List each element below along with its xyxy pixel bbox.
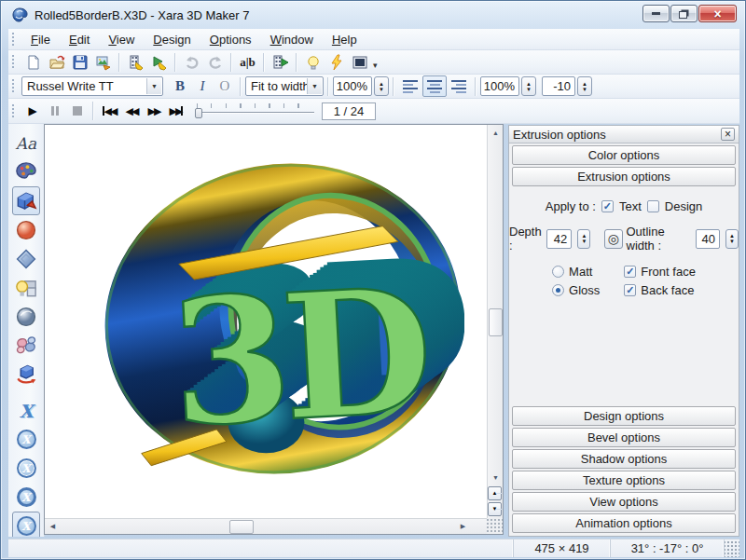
front-face-option[interactable]: ✓Front face	[624, 265, 696, 279]
text-tool[interactable]: Aa	[12, 129, 40, 157]
gloss-option[interactable]: Gloss	[552, 283, 600, 297]
bevel-tool[interactable]	[12, 215, 40, 244]
style-preset-circle-3[interactable]: X	[12, 483, 40, 512]
style-preset-circle-2[interactable]: X	[12, 454, 40, 483]
align-right-button[interactable]	[447, 75, 471, 97]
undo-button[interactable]	[180, 51, 203, 73]
animation-options-button[interactable]: Animation options	[512, 513, 736, 533]
font-select[interactable]: Russel Write TT ▼	[21, 76, 163, 96]
outline-text-button[interactable]: O	[214, 75, 236, 97]
previous-frame-button[interactable]: ◀◀	[120, 102, 143, 121]
last-frame-button[interactable]: ▶▶	[165, 102, 187, 121]
export-animation-button[interactable]	[124, 51, 147, 73]
text-checkbox[interactable]: ✓	[601, 200, 614, 212]
text-editor-button[interactable]: a|b	[236, 51, 259, 73]
text-size-spinner[interactable]: ▲▼	[374, 76, 389, 96]
export-image-button[interactable]	[91, 51, 115, 73]
matt-option[interactable]: Matt	[552, 265, 600, 279]
depth-spinner[interactable]: ▲▼	[577, 229, 590, 249]
menu-edit[interactable]: Edit	[60, 30, 99, 49]
color-tool[interactable]	[12, 157, 40, 186]
document-object-3d[interactable]: 3D	[101, 157, 464, 485]
gloss-radio[interactable]	[552, 284, 564, 296]
design-options-button[interactable]: Design options	[512, 406, 736, 426]
close-button[interactable]: ×	[698, 5, 737, 22]
menu-options[interactable]: Options	[200, 30, 261, 49]
play-button[interactable]: ▶	[21, 102, 44, 121]
extrusion-tool[interactable]	[12, 186, 40, 215]
horizontal-scrollbar[interactable]: ◀ ▶	[45, 518, 488, 534]
minimize-button[interactable]	[642, 5, 670, 22]
panel-close-button[interactable]: ×	[721, 128, 735, 141]
panel-header[interactable]: Extrusion options ×	[509, 126, 739, 143]
toolbar-grip[interactable]	[11, 78, 16, 94]
style-preset-plain[interactable]: X	[12, 396, 40, 425]
shadow-tool[interactable]	[12, 244, 40, 273]
style-preset-selected[interactable]: X	[12, 512, 40, 537]
depth-field[interactable]: 42	[546, 229, 572, 249]
slider-track[interactable]	[195, 112, 314, 113]
matt-radio[interactable]	[552, 266, 564, 278]
horizontal-scroll-thumb[interactable]	[229, 520, 254, 534]
back-face-option[interactable]: ✓Back face	[624, 283, 696, 297]
redo-button[interactable]	[203, 51, 227, 73]
color-options-button[interactable]: Color options	[512, 145, 736, 165]
outline-toggle-button[interactable]: ◎	[604, 229, 622, 249]
scroll-up-button[interactable]: ▲	[488, 125, 504, 141]
menu-file[interactable]: File	[21, 30, 60, 49]
display-quality-button[interactable]	[348, 51, 371, 73]
line-spacing-spinner[interactable]: ▲▼	[521, 76, 536, 96]
scroll-down-button[interactable]: ▼	[488, 470, 504, 485]
vertical-scroll-thumb[interactable]	[489, 308, 503, 336]
align-left-button[interactable]	[398, 75, 422, 97]
menu-design[interactable]: Design	[144, 30, 200, 49]
open-file-button[interactable]	[45, 51, 68, 73]
shadow-options-button[interactable]: Shadow options	[512, 449, 736, 469]
vertical-scrollbar[interactable]: ▲ ▼ ▲ ▼	[487, 125, 503, 518]
front-face-checkbox[interactable]: ✓	[624, 266, 636, 278]
scroll-left-button[interactable]: ◀	[45, 519, 61, 535]
design-checkbox[interactable]	[647, 200, 659, 212]
title-bar[interactable]: Rolled5BorderB.X3D - Xara 3D Maker 7 ×	[1, 1, 745, 29]
outline-width-field[interactable]: 40	[696, 229, 720, 249]
view-tool[interactable]	[12, 331, 40, 360]
render-button[interactable]	[325, 51, 348, 73]
bold-button[interactable]: B	[169, 75, 191, 97]
bevel-options-button[interactable]: Bevel options	[512, 428, 736, 447]
extrusion-options-button[interactable]: Extrusion options	[512, 167, 736, 186]
scrollbar-corner-grip[interactable]	[487, 518, 503, 534]
toolbar-grip[interactable]	[11, 32, 16, 48]
stop-button[interactable]	[66, 102, 89, 121]
resize-grip[interactable]	[724, 540, 739, 557]
animation-preview-button[interactable]	[269, 51, 292, 73]
next-frame-button[interactable]: ▶▶	[143, 102, 165, 121]
new-document-button[interactable]	[21, 51, 45, 73]
toolbar-grip[interactable]	[11, 54, 16, 70]
toolbar-grip[interactable]	[11, 103, 16, 119]
toolbar-options-button[interactable]: ▾	[373, 61, 378, 74]
animation-tool[interactable]	[12, 360, 40, 389]
texture-options-button[interactable]: Texture options	[512, 471, 736, 490]
italic-button[interactable]: I	[191, 75, 214, 97]
style-preset-circle-1[interactable]: X	[12, 425, 40, 454]
next-page-button[interactable]: ▼	[488, 502, 502, 516]
slider-thumb[interactable]	[195, 108, 202, 118]
text-size-field[interactable]: 100%	[333, 76, 372, 96]
scroll-right-button[interactable]: ▶	[455, 519, 471, 535]
pause-button[interactable]	[44, 102, 66, 121]
menu-window[interactable]: Window	[261, 30, 323, 49]
first-frame-button[interactable]: ◀◀	[98, 102, 120, 121]
export-animation-frames-button[interactable]	[147, 51, 171, 73]
tracking-field[interactable]: -10	[542, 76, 575, 96]
save-button[interactable]	[68, 51, 91, 73]
document-canvas[interactable]: 3D	[45, 125, 487, 515]
texture-tool[interactable]	[12, 273, 40, 302]
back-face-checkbox[interactable]: ✓	[624, 284, 636, 296]
menu-help[interactable]: Help	[323, 30, 366, 49]
view-options-button[interactable]: View options	[512, 492, 736, 512]
align-center-button[interactable]	[422, 75, 447, 97]
line-spacing-field[interactable]: 100%	[480, 76, 519, 96]
material-tool[interactable]	[12, 302, 40, 331]
menu-view[interactable]: View	[99, 30, 144, 49]
restore-button[interactable]	[670, 5, 698, 22]
